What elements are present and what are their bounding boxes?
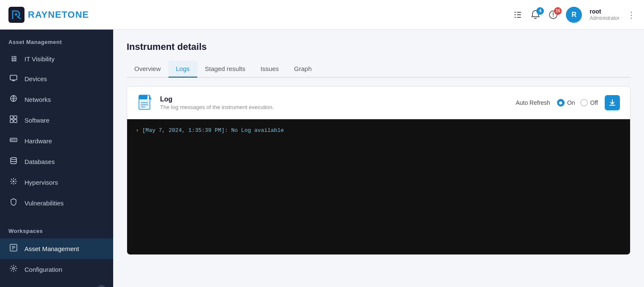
svg-rect-18 [14,120,17,123]
sidebar-label-software: Software [24,117,49,124]
log-title: Log [160,96,274,103]
tab-staged-results[interactable]: Staged results [197,61,253,78]
sidebar-item-networks[interactable]: Networks [0,89,113,110]
download-button[interactable] [605,95,620,110]
svg-rect-3 [517,12,521,13]
list-icon-button[interactable] [513,10,523,20]
log-subtitle: The log messages of the instrument execu… [160,104,274,110]
auto-refresh-radio-group: On Off [557,99,598,107]
sidebar-label-hypervisors: Hypervisors [24,179,58,186]
hypervisors-icon [8,177,19,188]
auto-refresh-label: Auto Refresh [516,99,550,106]
log-text: [May 7, 2024, 1:35:39 PM]: No Log availa… [142,127,284,134]
sidebar-label-networks: Networks [24,96,51,103]
logo-icon [8,7,24,23]
svg-point-1 [15,13,17,16]
devices-icon [8,74,19,84]
svg-line-30 [11,179,12,180]
tabs-bar: Overview Logs Staged results Issues Grap… [127,61,630,78]
svg-rect-15 [10,116,13,119]
tab-graph[interactable]: Graph [286,61,319,78]
svg-line-31 [15,183,16,184]
sidebar-item-it-visibility[interactable]: 🖥 IT Visibility [0,49,113,68]
databases-icon [8,156,19,167]
sidebar-item-vulnerabilities[interactable]: Vulnerabilities [0,193,113,213]
svg-rect-2 [514,12,516,13]
sidebar-label-configuration: Configuration [24,266,62,273]
svg-rect-5 [517,14,521,15]
sidebar-label-hardware: Hardware [24,137,52,145]
notification-badge: 4 [536,7,544,15]
log-actions: Auto Refresh On Off [516,95,620,110]
svg-line-33 [11,183,12,184]
it-visibility-icon: 🖥 [8,55,19,63]
networks-icon [8,94,19,105]
sidebar-item-devices[interactable]: Devices [0,68,113,89]
sidebar-item-software[interactable]: Software [0,110,113,131]
download-icon [609,99,616,107]
alert-badge: 15 [554,7,562,15]
logo-area: RAYNETONE [8,7,513,23]
log-document-icon [138,94,153,111]
auto-refresh-on-option[interactable]: On [557,99,575,107]
more-options-button[interactable]: ⋮ [627,10,636,20]
auto-refresh-on-label: On [567,99,575,106]
svg-rect-16 [14,116,17,119]
software-icon [8,115,19,126]
sidebar-label-asset-management-workspace: Asset Management [24,245,79,252]
tab-overview[interactable]: Overview [127,61,168,78]
sidebar-item-configuration[interactable]: Configuration [0,259,113,280]
hardware-icon [8,136,19,146]
sidebar: Asset Management 🖥 IT Visibility Devices… [0,30,113,287]
sidebar-item-hardware[interactable]: Hardware [0,131,113,151]
svg-rect-17 [10,120,13,123]
svg-point-24 [11,158,16,160]
log-title-area: Log The log messages of the instrument e… [160,96,274,110]
list-icon [513,10,523,20]
page-title: Instrument details [127,41,630,52]
svg-point-38 [13,268,15,270]
log-line: › [May 7, 2024, 1:35:39 PM]: No Log avai… [136,127,622,134]
svg-point-10 [553,16,554,17]
header-right: 4 15 R root Administrator ⋮ [513,7,636,23]
svg-rect-11 [10,75,17,80]
user-role: Administrator [590,15,620,22]
log-card-header: Log The log messages of the instrument e… [127,87,630,119]
svg-rect-6 [514,17,516,18]
vulnerabilities-icon [8,198,19,208]
sidebar-collapse-button[interactable]: ‹ [0,280,113,287]
configuration-icon [8,264,19,275]
log-icon-wrap [137,94,154,111]
notification-bell-button[interactable]: 4 [530,10,541,20]
sidebar-section-asset-management: Asset Management [0,30,113,49]
sidebar-label-databases: Databases [24,158,55,165]
radio-off-circle [580,99,588,107]
logo-text: RAYNETONE [28,9,89,20]
log-card: Log The log messages of the instrument e… [127,86,630,255]
main-layout: Asset Management 🖥 IT Visibility Devices… [0,30,644,287]
auto-refresh-off-option[interactable]: Off [580,99,598,107]
radio-on-circle [557,99,565,107]
main-content: Instrument details Overview Logs Staged … [113,30,644,287]
sidebar-item-databases[interactable]: Databases [0,151,113,172]
tab-logs[interactable]: Logs [168,61,198,78]
sidebar-item-hypervisors[interactable]: Hypervisors [0,172,113,193]
user-name: root [590,8,620,15]
sidebar-workspaces-title: Workspaces [0,220,113,238]
sidebar-label-it-visibility: IT Visibility [24,55,54,63]
tab-issues[interactable]: Issues [253,61,286,78]
alert-icon-button[interactable]: 15 [548,10,558,20]
user-avatar[interactable]: R [566,7,582,23]
log-arrow: › [136,127,139,134]
svg-point-20 [11,139,12,141]
sidebar-label-devices: Devices [24,75,47,82]
sidebar-label-vulnerabilities: Vulnerabilities [24,200,64,207]
asset-management-workspace-icon [8,243,19,254]
svg-point-25 [13,180,14,182]
collapse-circle-icon: ‹ [96,285,106,287]
svg-rect-4 [514,14,516,15]
svg-line-32 [15,179,16,180]
sidebar-item-asset-management-workspace[interactable]: Asset Management [0,238,113,259]
app-header: RAYNETONE 4 [0,0,644,30]
auto-refresh-off-label: Off [590,99,598,106]
